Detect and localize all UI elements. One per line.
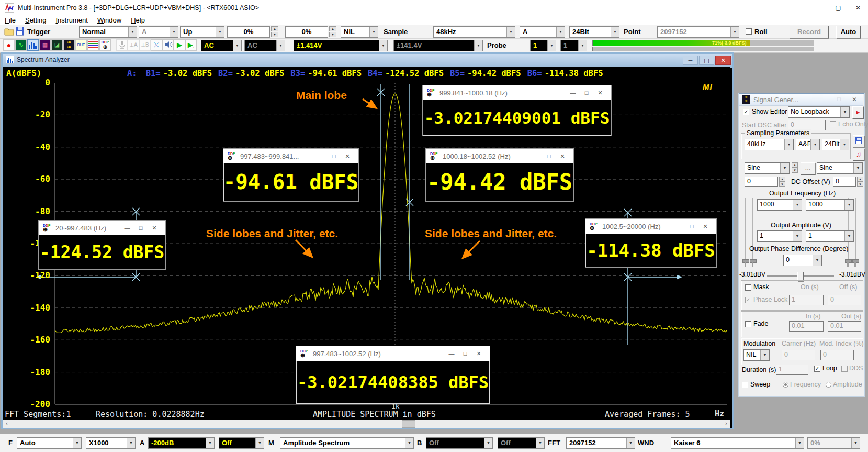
sampling-rate-combo[interactable]: 48kHz▼	[433, 26, 515, 38]
maximize-button[interactable]: ▢	[828, 0, 848, 16]
waveform-b-combo[interactable]: Sine▼	[817, 162, 863, 174]
amplitude-a-combo[interactable]: 1▼	[757, 230, 802, 242]
spectrum-close-button[interactable]: ✕	[715, 56, 731, 65]
level-slider-a1[interactable]	[745, 198, 746, 262]
frequency-axis-combo[interactable]: Auto▼	[17, 437, 82, 449]
phase-lock-checkbox[interactable]	[745, 297, 751, 303]
spectrum-mode-combo[interactable]: Amplitude Spectrum▼	[280, 437, 414, 449]
sg-rate-combo[interactable]: 48kHz▼	[745, 139, 794, 150]
loop-checkbox[interactable]	[814, 366, 820, 372]
minimize-icon[interactable]: —	[445, 350, 458, 357]
device-test-plan-icon[interactable]: DUT	[75, 39, 87, 51]
slider-handle-b2[interactable]	[852, 259, 859, 263]
dc-offset-a-field[interactable]: 0	[745, 177, 778, 187]
spectrum-analyzer-icon[interactable]	[27, 39, 39, 51]
waveform-a-combo[interactable]: Sine▼	[745, 162, 790, 174]
calibrate-b-icon[interactable]: ⊥B	[139, 39, 151, 51]
minimize-icon[interactable]: —	[671, 223, 685, 229]
minimize-button[interactable]: ─	[808, 0, 828, 16]
range-a-combo[interactable]: ±1.414V▼	[294, 40, 388, 51]
fade-checkbox[interactable]	[745, 321, 751, 327]
ref-a-combo[interactable]: Off▼	[219, 437, 264, 449]
save-signal-button[interactable]	[853, 135, 864, 147]
slider-handle-a2[interactable]	[750, 259, 757, 263]
fft-points-combo[interactable]: 2097152▼	[657, 26, 739, 38]
close-icon[interactable]: ✕	[341, 153, 354, 160]
scroll-right-icon[interactable]: ›	[722, 420, 730, 428]
bit-depth-combo[interactable]: 24Bit▼	[569, 26, 619, 38]
menu-item-window[interactable]: Window	[93, 16, 126, 25]
start-osc-field[interactable]: 0	[788, 120, 826, 130]
duration-field[interactable]: 1	[776, 365, 808, 375]
menu-item-help[interactable]: Help	[126, 16, 150, 25]
spectrum-3d-plot-icon[interactable]: ◪	[51, 39, 63, 51]
level-slider-b2[interactable]	[855, 198, 856, 262]
hpf-combo[interactable]: NIL▼	[341, 26, 378, 38]
close-icon[interactable]: ✕	[148, 225, 161, 231]
minimize-icon[interactable]: —	[566, 90, 580, 96]
derived-data-curves-icon[interactable]	[87, 39, 99, 51]
trigger-delay-spin-buttons[interactable]: ▲▼	[329, 26, 336, 38]
measurement-window-total[interactable]: DDP⊕997.483~1002.52 (Hz)—□✕ -3.021744083…	[296, 346, 490, 404]
mask-off-field[interactable]: 0	[828, 295, 861, 305]
trigger-source-combo[interactable]: A▼	[139, 26, 178, 38]
show-editor-checkbox[interactable]	[743, 109, 749, 115]
minimize-icon[interactable]: —	[824, 96, 829, 102]
frequency-b-combo[interactable]: 1000▼	[806, 199, 854, 211]
start-button[interactable]: ►	[852, 106, 864, 119]
coupling-a-combo[interactable]: AC▼	[201, 40, 242, 51]
trigger-level-spinner[interactable]: 0%	[227, 26, 270, 38]
trigger-level-spin-buttons[interactable]: ▲▼	[271, 26, 278, 38]
range-b-combo[interactable]: ±141.4V▼	[393, 40, 483, 51]
mod-index-field[interactable]: 0	[820, 350, 854, 360]
loopback-combo[interactable]: No Loopback▼	[788, 106, 850, 118]
record-icon[interactable]: ●	[3, 39, 15, 51]
range-b-display-combo[interactable]: Off▼	[426, 437, 493, 449]
trigger-edge-combo[interactable]: Up▼	[180, 26, 224, 38]
open-icon[interactable]	[4, 27, 14, 36]
maximize-icon[interactable]: □	[134, 225, 148, 231]
measurement-window-right-skirt[interactable]: DDP⊕1000.18~1002.52 (Hz)—□✕ -94.42 dBFS	[425, 148, 574, 202]
dc-offset-a-spinner[interactable]: ▲▼	[779, 177, 785, 187]
probe-adjust-icon[interactable]: ⤬	[151, 39, 162, 51]
scroll-left-icon[interactable]: ‹	[3, 420, 11, 428]
close-icon[interactable]: ✕	[852, 96, 857, 103]
ref-b-combo[interactable]: Off▼	[498, 437, 545, 449]
menu-item-file[interactable]: File	[0, 16, 20, 25]
frequency-a-combo[interactable]: 1000▼	[757, 199, 802, 211]
waveform-spinner[interactable]: ▲▼	[792, 162, 798, 173]
record-button[interactable]: Record	[790, 26, 829, 38]
run-icon[interactable]: ▶	[174, 39, 185, 51]
save-icon[interactable]	[16, 27, 24, 36]
editor-button[interactable]: ...	[801, 162, 815, 175]
measurement-window-left-skirt[interactable]: DDP⊕997.483~999.841...—□✕ -94.61 dBFS	[223, 148, 359, 202]
maximize-icon[interactable]: □	[685, 223, 698, 229]
minimize-icon[interactable]: —	[528, 153, 542, 159]
run-single-icon[interactable]: ▶◦	[185, 39, 197, 51]
probe-b-combo[interactable]: 1▼	[560, 40, 587, 51]
range-a-display-combo[interactable]: -200dB▼	[148, 437, 215, 449]
window-function-combo[interactable]: Kaiser 6▼	[671, 437, 804, 449]
fade-out-field[interactable]: 0.01	[828, 321, 861, 332]
mask-on-field[interactable]: 1	[789, 295, 824, 305]
close-icon[interactable]: ✕	[472, 350, 486, 357]
scrollbar-thumb[interactable]	[402, 420, 415, 428]
modulation-combo[interactable]: NIL▼	[743, 349, 770, 361]
slider-handle-b1[interactable]	[845, 259, 852, 263]
slider-handle-a1[interactable]	[742, 259, 749, 263]
calibrate-a-icon[interactable]: ⊥A	[128, 39, 139, 51]
microphone-icon[interactable]	[116, 39, 128, 51]
minimize-icon[interactable]: —	[120, 225, 134, 231]
measurement-window-high-band[interactable]: DDP⊕1002.5~20000 (Hz)—□✕ -114.38 dBFS	[585, 218, 717, 268]
maximize-icon[interactable]: □	[458, 350, 472, 357]
auto-button[interactable]: Auto	[836, 26, 861, 38]
ddp-viewer-icon[interactable]: DDP⊕	[99, 39, 111, 51]
overlap-combo[interactable]: 0%▼	[807, 437, 860, 449]
close-icon[interactable]: ✕	[556, 153, 569, 160]
dc-offset-b-field[interactable]: 0	[833, 177, 856, 187]
maximize-icon[interactable]: □	[327, 153, 341, 159]
coupling-b-combo[interactable]: AC▼	[244, 40, 285, 51]
maximize-icon[interactable]: □	[580, 90, 593, 96]
volume-icon[interactable]	[162, 39, 174, 51]
menu-item-setting[interactable]: Setting	[20, 16, 51, 25]
